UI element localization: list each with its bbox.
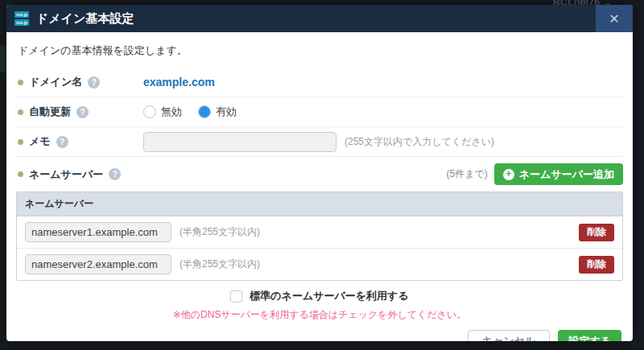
table-row: (半角255文字以内) 削除 — [17, 216, 622, 249]
table-row: (半角255文字以内) 削除 — [17, 249, 622, 280]
help-icon[interactable]: ? — [56, 136, 68, 148]
auto-renew-label: 自動更新 — [29, 105, 71, 119]
checkbox-unchecked-icon[interactable] — [230, 290, 242, 303]
nameserver-limit-note: (5件まで) — [447, 167, 488, 181]
nameserver2-hint: (半角255文字以内) — [180, 257, 579, 271]
help-icon[interactable]: ? — [109, 168, 121, 180]
modal-description: ドメインの基本情報を設定します。 — [16, 32, 623, 68]
delete-nameserver2-button[interactable]: 削除 — [579, 256, 614, 274]
default-nameserver-checkbox-label: 標準のネームサーバーを利用する — [250, 289, 408, 303]
field-row-domain: ドメイン名 ? example.com — [16, 68, 623, 97]
add-nameserver-label: ネームサーバー追加 — [519, 167, 614, 182]
modal-body: ドメインの基本情報を設定します。 ドメイン名 ? example.com 自動更… — [6, 32, 633, 322]
background-page-sliver — [0, 46, 6, 72]
submit-button[interactable]: 設定する — [558, 330, 621, 342]
nameserver-label: ネームサーバー — [29, 167, 103, 182]
nameserver1-input[interactable] — [25, 222, 171, 242]
field-row-auto-renew: 自動更新 ? 無効 有効 — [16, 97, 623, 127]
memo-input[interactable] — [143, 132, 336, 152]
radio-enabled-label: 有効 — [216, 105, 237, 119]
modal-title: ドメイン基本設定 — [36, 11, 596, 27]
nameserver-table: ネームサーバー (半角255文字以内) 削除 (半角255文字以内) 削除 — [16, 191, 623, 281]
auto-renew-label-group: 自動更新 ? — [16, 105, 143, 119]
memo-hint: (255文字以内で入力してください) — [345, 135, 494, 149]
domain-label-group: ドメイン名 ? — [16, 75, 143, 89]
domain-value: example.com — [143, 76, 215, 89]
nameserver-label-group: ネームサーバー ? — [16, 167, 143, 182]
modal-header: xxx.jp xxx.jp ドメイン基本設定 ✕ — [6, 5, 633, 32]
domain-badges-icon: xxx.jp xxx.jp — [14, 11, 29, 26]
dns-warning-note: ※他のDNSサーバーを利用する場合はチェックを外してください。 — [16, 308, 623, 322]
domain-settings-modal: xxx.jp xxx.jp ドメイン基本設定 ✕ ドメインの基本情報を設定します… — [6, 5, 633, 341]
radio-option-enabled[interactable]: 有効 — [198, 105, 237, 119]
close-icon: ✕ — [609, 11, 619, 27]
radio-checked-icon[interactable] — [198, 105, 211, 118]
help-icon[interactable]: ? — [76, 106, 89, 118]
default-nameserver-checkbox-row[interactable]: 標準のネームサーバーを利用する — [230, 289, 408, 303]
nameserver-section-header: ネームサーバー ? (5件まで) + ネームサーバー追加 — [16, 157, 623, 191]
modal-footer: キャンセル 設定する — [6, 322, 633, 342]
close-button[interactable]: ✕ — [596, 5, 633, 32]
radio-unchecked-icon[interactable] — [143, 105, 156, 118]
bullet-icon — [18, 171, 23, 177]
memo-label-group: メモ ? — [16, 134, 143, 149]
cancel-button[interactable]: キャンセル — [468, 330, 551, 342]
auto-renew-radio-group: 無効 有効 — [143, 105, 237, 119]
help-icon[interactable]: ? — [88, 76, 100, 89]
default-nameserver-section: 標準のネームサーバーを利用する ※他のDNSサーバーを利用する場合はチェックを外… — [16, 289, 623, 322]
nameserver1-hint: (半角255文字以内) — [180, 225, 579, 239]
field-row-memo: メモ ? (255文字以内で入力してください) — [16, 127, 623, 157]
radio-option-disabled[interactable]: 無効 — [143, 105, 182, 119]
plus-icon: + — [503, 169, 514, 180]
memo-label: メモ — [29, 134, 51, 149]
radio-disabled-label: 無効 — [161, 105, 182, 119]
domain-label: ドメイン名 — [29, 75, 82, 89]
nameserver-table-header: ネームサーバー — [17, 192, 622, 216]
bullet-icon — [18, 80, 23, 85]
bullet-icon — [18, 109, 23, 115]
bullet-icon — [18, 139, 23, 145]
delete-nameserver1-button[interactable]: 削除 — [579, 224, 614, 241]
nameserver2-input[interactable] — [25, 254, 171, 274]
add-nameserver-button[interactable]: + ネームサーバー追加 — [494, 163, 623, 185]
